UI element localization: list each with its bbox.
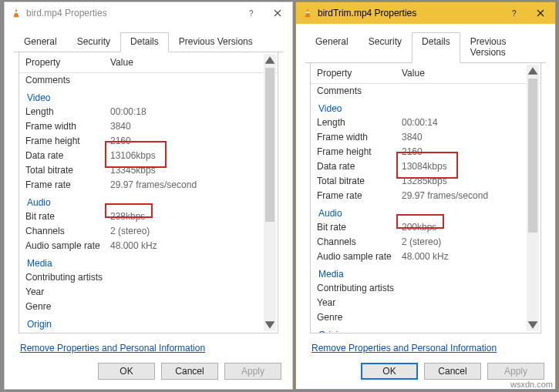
details-pane: Property Value Comments Video Length00:0… — [310, 63, 541, 333]
scroll-up-icon[interactable] — [264, 54, 276, 66]
row-length[interactable]: Length00:00:18 — [19, 105, 278, 119]
highlight-data-total-bitrate — [105, 141, 167, 168]
dialog-buttons: OK Cancel Apply — [5, 355, 292, 389]
column-value[interactable]: Value — [402, 67, 540, 80]
ok-button[interactable]: OK — [361, 363, 418, 380]
tab-security[interactable]: Security — [359, 32, 412, 63]
ok-button[interactable]: OK — [98, 363, 155, 380]
window-title: bird.mp4 Properties — [26, 8, 238, 18]
svg-rect-1 — [15, 12, 18, 13]
column-property[interactable]: Property — [25, 56, 110, 69]
row-genre[interactable]: Genre — [311, 310, 540, 325]
row-frame-width[interactable]: Frame width3840 — [311, 130, 540, 145]
svg-text:?: ? — [249, 9, 254, 17]
section-origin: Origin — [311, 325, 540, 333]
tabs: General Security Details Previous Versio… — [296, 24, 555, 62]
row-genre[interactable]: Genre — [19, 300, 278, 314]
tab-previous-versions[interactable]: Previous Versions — [460, 32, 546, 63]
scroll-thumb[interactable] — [265, 68, 274, 222]
properties-window-left: bird.mp4 Properties ? General Security D… — [4, 2, 293, 390]
row-comments[interactable]: Comments — [19, 73, 278, 88]
cancel-button[interactable]: Cancel — [424, 363, 481, 380]
cancel-button[interactable]: Cancel — [161, 363, 218, 380]
section-media: Media — [19, 253, 278, 270]
watermark: wsxdn.com — [509, 380, 554, 389]
details-pane: Property Value Comments Video Length00:0… — [19, 52, 278, 333]
tab-details[interactable]: Details — [412, 32, 460, 63]
row-channels[interactable]: Channels2 (stereo) — [311, 235, 540, 250]
section-video: Video — [19, 88, 278, 105]
scroll-thumb[interactable] — [528, 79, 537, 233]
row-year[interactable]: Year — [19, 285, 278, 300]
scroll-down-icon[interactable] — [527, 319, 539, 331]
highlight-data-total-bitrate — [396, 152, 458, 179]
row-audio-sample-rate[interactable]: Audio sample rate48.000 kHz — [19, 239, 278, 253]
apply-button[interactable]: Apply — [487, 363, 544, 380]
svg-text:?: ? — [512, 9, 517, 17]
svg-marker-13 — [528, 321, 538, 329]
highlight-bit-rate — [396, 214, 444, 229]
tabs: General Security Details Previous Versio… — [5, 24, 292, 52]
row-audio-sample-rate[interactable]: Audio sample rate48.000 kHz — [311, 250, 540, 264]
tab-security[interactable]: Security — [67, 32, 120, 52]
properties-window-right: birdTrim.mp4 Properties ? General Securi… — [295, 2, 556, 390]
highlight-bit-rate — [105, 203, 153, 218]
column-value[interactable]: Value — [110, 56, 278, 69]
tab-general[interactable]: General — [305, 32, 359, 63]
tab-general[interactable]: General — [14, 32, 67, 52]
apply-button[interactable]: Apply — [224, 363, 281, 380]
scrollbar[interactable] — [527, 65, 539, 331]
tab-details[interactable]: Details — [120, 32, 169, 52]
titlebar[interactable]: bird.mp4 Properties ? — [5, 2, 292, 24]
row-year[interactable]: Year — [311, 296, 540, 310]
row-contributing-artists[interactable]: Contributing artists — [311, 281, 540, 296]
tab-previous-versions[interactable]: Previous Versions — [169, 32, 263, 52]
help-button[interactable]: ? — [238, 4, 264, 22]
row-length[interactable]: Length00:00:14 — [311, 116, 540, 130]
row-channels[interactable]: Channels2 (stereo) — [19, 224, 278, 239]
scroll-down-icon[interactable] — [264, 319, 276, 331]
row-comments[interactable]: Comments — [311, 84, 540, 99]
row-frame-width[interactable]: Frame width3840 — [19, 119, 278, 134]
window-title: birdTrim.mp4 Properties — [318, 8, 501, 18]
close-button[interactable] — [527, 4, 554, 22]
vlc-icon — [302, 8, 313, 18]
scrollbar[interactable] — [264, 54, 276, 331]
column-property[interactable]: Property — [317, 67, 402, 80]
svg-marker-6 — [265, 321, 275, 329]
vlc-icon — [11, 8, 22, 18]
column-headers[interactable]: Property Value — [311, 65, 540, 84]
remove-properties-link[interactable]: Remove Properties and Personal Informati… — [296, 338, 555, 355]
svg-marker-12 — [528, 67, 538, 75]
close-button[interactable] — [264, 4, 291, 22]
svg-rect-8 — [306, 12, 309, 13]
help-button[interactable]: ? — [501, 4, 527, 22]
titlebar[interactable]: birdTrim.mp4 Properties ? — [296, 2, 555, 24]
row-frame-rate[interactable]: Frame rate29.97 frames/second — [19, 178, 278, 193]
remove-properties-link[interactable]: Remove Properties and Personal Informati… — [5, 338, 292, 355]
svg-marker-5 — [265, 56, 275, 64]
section-video: Video — [311, 99, 540, 116]
section-origin: Origin — [19, 314, 278, 331]
row-contributing-artists[interactable]: Contributing artists — [19, 270, 278, 285]
section-media: Media — [311, 264, 540, 281]
scroll-up-icon[interactable] — [527, 65, 539, 77]
column-headers[interactable]: Property Value — [19, 54, 278, 73]
row-frame-rate[interactable]: Frame rate29.97 frames/second — [311, 189, 540, 203]
